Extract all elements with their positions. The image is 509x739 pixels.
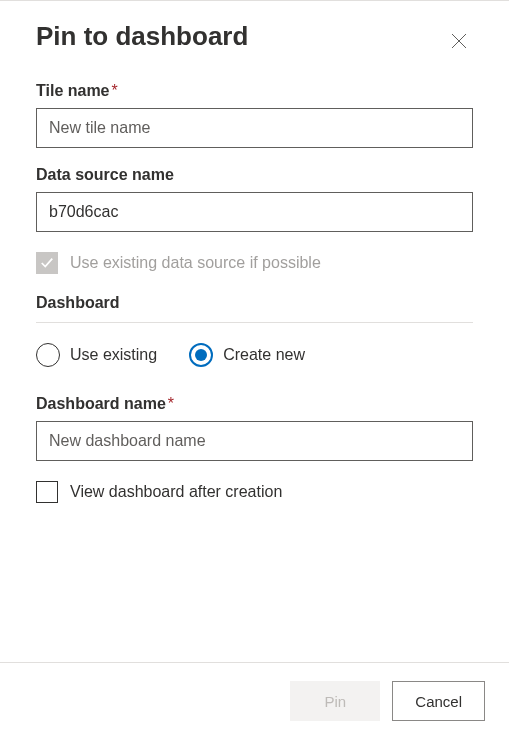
radio-label-use-existing: Use existing xyxy=(70,346,157,364)
dashboard-name-input[interactable] xyxy=(36,421,473,461)
dialog-body: Pin to dashboard Tile name* Data source … xyxy=(0,1,509,503)
view-after-checkbox[interactable] xyxy=(36,481,58,503)
tile-name-label: Tile name* xyxy=(36,82,473,100)
tile-name-label-text: Tile name xyxy=(36,82,110,99)
required-asterisk: * xyxy=(112,82,118,99)
checkmark-icon xyxy=(40,256,54,270)
dashboard-radio-group: Use existing Create new xyxy=(36,343,473,367)
use-existing-source-row: Use existing data source if possible xyxy=(36,252,473,274)
dialog-footer: Pin Cancel xyxy=(0,662,509,739)
dashboard-section-label: Dashboard xyxy=(36,294,473,312)
cancel-button[interactable]: Cancel xyxy=(392,681,485,721)
dashboard-name-label: Dashboard name* xyxy=(36,395,473,413)
data-source-input[interactable] xyxy=(36,192,473,232)
radio-circle-use-existing xyxy=(36,343,60,367)
dialog-title: Pin to dashboard xyxy=(36,21,248,52)
tile-name-input[interactable] xyxy=(36,108,473,148)
view-after-label: View dashboard after creation xyxy=(70,483,282,501)
data-source-label: Data source name xyxy=(36,166,473,184)
close-button[interactable] xyxy=(445,27,473,58)
pin-button[interactable]: Pin xyxy=(290,681,380,721)
use-existing-source-label: Use existing data source if possible xyxy=(70,254,321,272)
use-existing-source-checkbox xyxy=(36,252,58,274)
dialog-header: Pin to dashboard xyxy=(36,21,473,58)
radio-use-existing[interactable]: Use existing xyxy=(36,343,157,367)
radio-label-create-new: Create new xyxy=(223,346,305,364)
view-after-row[interactable]: View dashboard after creation xyxy=(36,481,473,503)
dashboard-name-field: Dashboard name* xyxy=(36,395,473,461)
close-icon xyxy=(451,33,467,49)
divider xyxy=(36,322,473,323)
dashboard-name-label-text: Dashboard name xyxy=(36,395,166,412)
tile-name-field: Tile name* xyxy=(36,82,473,148)
data-source-field: Data source name xyxy=(36,166,473,232)
required-asterisk: * xyxy=(168,395,174,412)
radio-circle-create-new xyxy=(189,343,213,367)
radio-create-new[interactable]: Create new xyxy=(189,343,305,367)
